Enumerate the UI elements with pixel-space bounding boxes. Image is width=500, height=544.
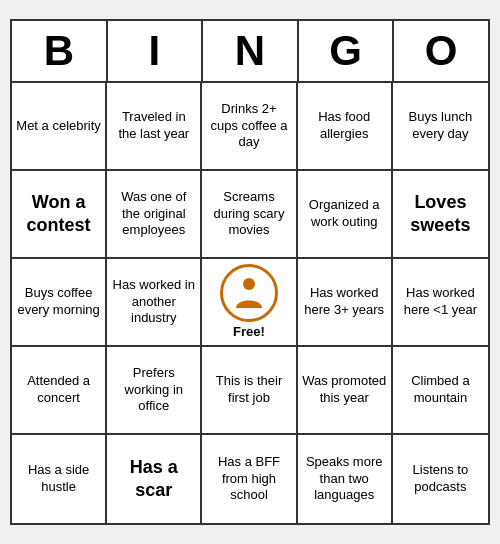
header-letter: B xyxy=(12,21,108,83)
header-letter: N xyxy=(203,21,299,83)
bingo-cell[interactable]: Drinks 2+ cups coffee a day xyxy=(202,83,297,171)
svg-point-0 xyxy=(243,278,255,290)
bingo-cell[interactable]: Has food allergies xyxy=(298,83,393,171)
bingo-cell[interactable]: Has worked here 3+ years xyxy=(298,259,393,347)
cell-text: Traveled in the last year xyxy=(111,109,196,143)
header-letter: O xyxy=(394,21,488,83)
cell-text: Listens to podcasts xyxy=(397,462,484,496)
cell-text: Has food allergies xyxy=(302,109,387,143)
bingo-cell[interactable]: Has worked here <1 year xyxy=(393,259,488,347)
cell-text: Won a contest xyxy=(16,191,101,238)
cell-text: Speaks more than two languages xyxy=(302,454,387,505)
cell-text: Was promoted this year xyxy=(302,373,387,407)
cell-text: This is their first job xyxy=(206,373,291,407)
bingo-cell[interactable]: Was promoted this year xyxy=(298,347,393,435)
bingo-card: BINGO Met a celebrityTraveled in the las… xyxy=(10,19,490,525)
bingo-cell[interactable]: Attended a concert xyxy=(12,347,107,435)
cell-text: Has a side hustle xyxy=(16,462,101,496)
bingo-cell[interactable]: Buys lunch every day xyxy=(393,83,488,171)
cell-text: Met a celebrity xyxy=(16,118,101,135)
bingo-cell[interactable]: Speaks more than two languages xyxy=(298,435,393,523)
bingo-cell[interactable]: Has a scar xyxy=(107,435,202,523)
cell-text: Has worked here <1 year xyxy=(397,285,484,319)
bingo-cell[interactable]: Prefers working in office xyxy=(107,347,202,435)
cell-text: Has worked here 3+ years xyxy=(302,285,387,319)
bingo-cell[interactable]: Listens to podcasts xyxy=(393,435,488,523)
bingo-header: BINGO xyxy=(12,21,488,83)
bingo-cell[interactable]: Screams during scary movies xyxy=(202,171,297,259)
cell-text: Loves sweets xyxy=(397,191,484,238)
cell-text: Screams during scary movies xyxy=(206,189,291,240)
cell-text: Buys lunch every day xyxy=(397,109,484,143)
header-letter: I xyxy=(108,21,204,83)
bingo-cell[interactable]: Has worked in another industry xyxy=(107,259,202,347)
cell-text: Has a BFF from high school xyxy=(206,454,291,505)
cell-text: Has worked in another industry xyxy=(111,277,196,328)
cell-text: Prefers working in office xyxy=(111,365,196,416)
header-letter: G xyxy=(299,21,395,83)
free-icon xyxy=(220,264,278,322)
cell-text: Organized a work outing xyxy=(302,197,387,231)
free-label: Free! xyxy=(233,324,265,341)
bingo-cell[interactable]: Traveled in the last year xyxy=(107,83,202,171)
cell-text: Drinks 2+ cups coffee a day xyxy=(206,101,291,152)
bingo-cell[interactable]: Has a side hustle xyxy=(12,435,107,523)
bingo-cell[interactable]: Climbed a mountain xyxy=(393,347,488,435)
bingo-grid: Met a celebrityTraveled in the last year… xyxy=(12,83,488,523)
bingo-cell[interactable]: This is their first job xyxy=(202,347,297,435)
bingo-cell[interactable]: Was one of the original employees xyxy=(107,171,202,259)
bingo-cell[interactable]: Free! xyxy=(202,259,297,347)
cell-text: Has a scar xyxy=(111,456,196,503)
cell-text: Attended a concert xyxy=(16,373,101,407)
bingo-cell[interactable]: Has a BFF from high school xyxy=(202,435,297,523)
bingo-cell[interactable]: Buys coffee every morning xyxy=(12,259,107,347)
cell-text: Was one of the original employees xyxy=(111,189,196,240)
bingo-cell[interactable]: Loves sweets xyxy=(393,171,488,259)
cell-text: Climbed a mountain xyxy=(397,373,484,407)
bingo-cell[interactable]: Organized a work outing xyxy=(298,171,393,259)
cell-text: Buys coffee every morning xyxy=(16,285,101,319)
bingo-cell[interactable]: Won a contest xyxy=(12,171,107,259)
bingo-cell[interactable]: Met a celebrity xyxy=(12,83,107,171)
